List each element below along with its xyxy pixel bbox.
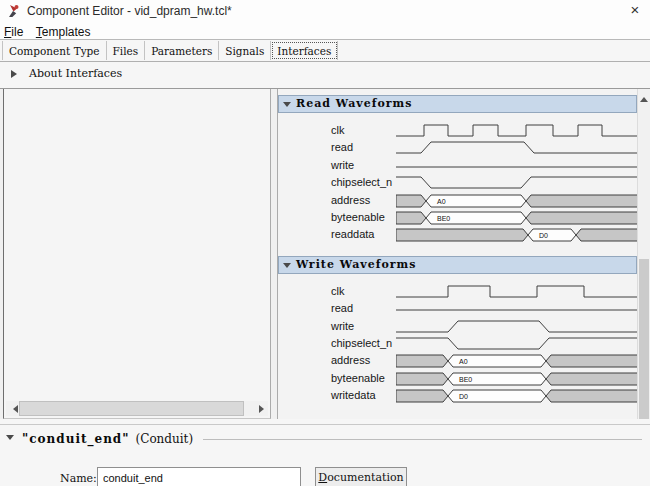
signal-label: read bbox=[331, 141, 353, 153]
header-rule bbox=[203, 439, 642, 440]
signal-waveform bbox=[396, 139, 641, 156]
signal-label: address bbox=[331, 194, 370, 206]
about-interfaces-label: About Interfaces bbox=[29, 67, 122, 80]
scroll-up-icon[interactable] bbox=[638, 89, 650, 102]
signal-label: clk bbox=[331, 285, 344, 297]
waveform-section-title: Read Waveforms bbox=[296, 97, 412, 110]
close-icon[interactable]: × bbox=[626, 1, 644, 19]
about-interfaces-row[interactable]: About Interfaces bbox=[0, 62, 650, 86]
signal-waveform: A0 bbox=[396, 352, 641, 369]
scroll-right-icon[interactable] bbox=[255, 401, 268, 416]
collapsed-triangle-icon bbox=[11, 70, 21, 78]
conduit-section-header[interactable]: "conduit_end" (Conduit) bbox=[0, 431, 642, 447]
tab-interfaces[interactable]: Interfaces bbox=[271, 41, 338, 60]
signal-waveform: D0 bbox=[396, 226, 641, 243]
menu-templates[interactable]: Templates bbox=[34, 23, 97, 39]
expanded-triangle-icon bbox=[283, 263, 291, 272]
tab-parameters[interactable]: Parameters bbox=[145, 41, 219, 60]
svg-text:A0: A0 bbox=[437, 197, 446, 204]
signal-waveform bbox=[396, 157, 641, 174]
signal-waveform bbox=[396, 174, 641, 191]
name-field-label: Name: bbox=[60, 472, 97, 485]
signal-label: writedata bbox=[331, 389, 376, 401]
waveform-row: clk bbox=[278, 283, 637, 300]
conduit-name-heading: "conduit_end" bbox=[22, 432, 130, 446]
signal-label: write bbox=[331, 159, 354, 171]
conduit-type-label: (Conduit) bbox=[136, 432, 194, 446]
tab-signals[interactable]: Signals bbox=[219, 41, 271, 60]
signal-waveform: A0 bbox=[396, 192, 641, 209]
svg-text:A0: A0 bbox=[459, 358, 468, 365]
waveform-row: read bbox=[278, 139, 637, 156]
conduit-name-input[interactable] bbox=[97, 467, 301, 486]
signal-waveform: BE0 bbox=[396, 209, 641, 226]
waveform-row: read bbox=[278, 300, 637, 317]
waveform-sections: Read Waveformsclkreadwritechipselect_nad… bbox=[278, 89, 637, 416]
signal-label: byteenable bbox=[331, 211, 385, 223]
tab-component-type[interactable]: Component Type bbox=[2, 41, 107, 60]
waveform-panel: Read Waveformsclkreadwritechipselect_nad… bbox=[277, 89, 650, 419]
conduit-name-row: Name: Documentation bbox=[0, 467, 650, 486]
expanded-triangle-icon bbox=[283, 102, 291, 111]
expanded-triangle-icon bbox=[6, 435, 14, 444]
waveform-row: clk bbox=[278, 122, 637, 139]
tab-bar: Component TypeFilesParametersSignalsInte… bbox=[0, 41, 650, 62]
signal-label: chipselect_n bbox=[331, 337, 392, 349]
waveform-row: write bbox=[278, 157, 637, 174]
signal-waveform bbox=[396, 300, 641, 317]
signal-waveform bbox=[396, 122, 641, 139]
signal-waveform: D0 bbox=[396, 387, 641, 404]
waveform-section-header[interactable]: Write Waveforms bbox=[278, 256, 637, 274]
waveform-row: byteenableBE0 bbox=[278, 209, 637, 226]
waveform-row: addressA0 bbox=[278, 352, 637, 369]
section-separator bbox=[0, 424, 650, 425]
waveform-rows: clkreadwritechipselect_naddressA0byteena… bbox=[278, 283, 637, 405]
waveform-row: readdataD0 bbox=[278, 226, 637, 243]
tab-files[interactable]: Files bbox=[107, 41, 146, 60]
waveform-row: chipselect_n bbox=[278, 335, 637, 352]
svg-text:D0: D0 bbox=[459, 393, 468, 400]
waveform-section-header[interactable]: Read Waveforms bbox=[278, 95, 637, 113]
svg-text:BE0: BE0 bbox=[459, 375, 472, 382]
signal-label: chipselect_n bbox=[331, 176, 392, 188]
waveform-row: byteenableBE0 bbox=[278, 370, 637, 387]
signal-label: address bbox=[331, 354, 370, 366]
waveform-row: chipselect_n bbox=[278, 174, 637, 191]
main-split-area: Read Waveformsclkreadwritechipselect_nad… bbox=[0, 88, 650, 419]
waveform-row: writedataD0 bbox=[278, 387, 637, 404]
signal-waveform: BE0 bbox=[396, 370, 641, 387]
vertical-scrollbar[interactable] bbox=[637, 89, 650, 419]
signal-waveform bbox=[396, 335, 641, 352]
window-title: Component Editor - vid_dpram_hw.tcl* bbox=[27, 4, 232, 18]
signal-label: clk bbox=[331, 124, 344, 136]
svg-text:BE0: BE0 bbox=[437, 214, 450, 221]
waveform-rows: clkreadwritechipselect_naddressA0byteena… bbox=[278, 122, 637, 244]
documentation-button[interactable]: Documentation bbox=[315, 467, 407, 486]
waveform-row: write bbox=[278, 318, 637, 335]
horizontal-scrollbar[interactable] bbox=[6, 401, 268, 416]
signal-label: write bbox=[331, 320, 354, 332]
horizontal-scrollbar-thumb[interactable] bbox=[19, 401, 244, 416]
interface-list-panel[interactable] bbox=[3, 89, 271, 419]
signal-waveform bbox=[396, 283, 641, 300]
menu-file[interactable]: File bbox=[2, 23, 29, 39]
signal-label: byteenable bbox=[331, 372, 385, 384]
waveform-section-title: Write Waveforms bbox=[296, 258, 416, 271]
menu-bar: File Templates bbox=[0, 22, 650, 40]
component-editor-window: Component Editor - vid_dpram_hw.tcl* × F… bbox=[0, 0, 650, 486]
signal-label: read bbox=[331, 302, 353, 314]
app-icon bbox=[7, 4, 21, 18]
svg-text:D0: D0 bbox=[539, 232, 548, 239]
vertical-scrollbar-thumb[interactable] bbox=[639, 259, 649, 419]
title-bar: Component Editor - vid_dpram_hw.tcl* × bbox=[0, 0, 650, 22]
signal-label: readdata bbox=[331, 228, 374, 240]
waveform-row: addressA0 bbox=[278, 192, 637, 209]
signal-waveform bbox=[396, 318, 641, 335]
scroll-left-icon[interactable] bbox=[6, 401, 19, 416]
